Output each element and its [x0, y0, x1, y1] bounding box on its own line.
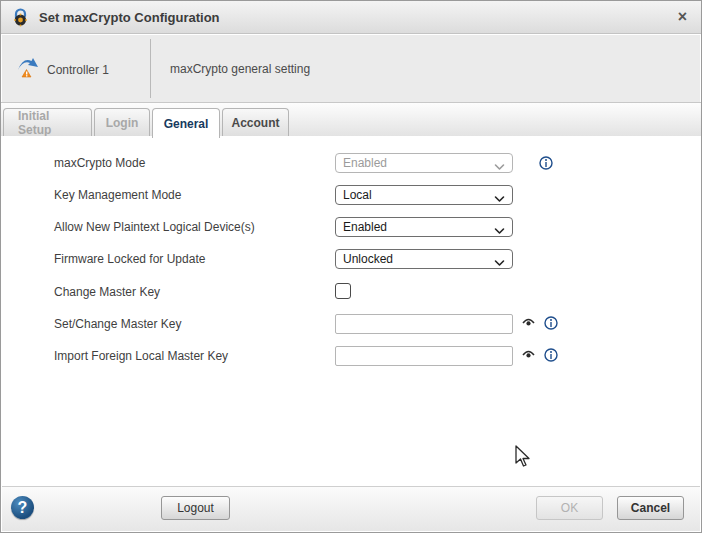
allow-new-plaintext-select[interactable]: Enabled — [335, 217, 513, 237]
field-label: Firmware Locked for Update — [54, 252, 205, 266]
show-password-eye-icon[interactable] — [522, 350, 535, 360]
info-icon[interactable] — [544, 348, 558, 362]
title-bar: Set maxCrypto Configuration × — [1, 1, 701, 34]
chevron-down-icon — [494, 160, 505, 174]
maxcrypto-mode-select[interactable]: Enabled — [335, 153, 513, 173]
tab-initial-setup[interactable]: Initial Setup — [3, 108, 92, 137]
chevron-down-icon — [494, 192, 505, 206]
field-label: Set/Change Master Key — [54, 317, 181, 331]
tab-general[interactable]: General — [152, 108, 220, 138]
dialog-header: Controller 1 maxCrypto general setting — [2, 35, 700, 102]
tab-login[interactable]: Login — [94, 108, 150, 137]
logout-button[interactable]: Logout — [161, 496, 230, 520]
chevron-down-icon — [494, 256, 505, 270]
select-value: Enabled — [343, 220, 387, 234]
show-password-eye-icon[interactable] — [522, 318, 535, 328]
select-value: Unlocked — [343, 252, 393, 266]
dialog-footer: ? Logout OK Cancel — [2, 486, 700, 531]
ok-button[interactable]: OK — [536, 496, 603, 520]
form-row-key-management-mode: Key Management Mode Local — [2, 185, 700, 205]
chevron-down-icon — [494, 224, 505, 238]
tab-strip: Initial Setup Login General Account — [1, 102, 701, 136]
field-label: Change Master Key — [54, 285, 160, 299]
select-value: Enabled — [343, 156, 387, 170]
form-row-allow-new-plaintext: Allow New Plaintext Logical Device(s) En… — [2, 217, 700, 237]
form-row-firmware-locked: Firmware Locked for Update Unlocked — [2, 249, 700, 269]
key-management-mode-select[interactable]: Local — [335, 185, 513, 205]
help-icon[interactable]: ? — [11, 496, 34, 519]
header-divider — [150, 39, 151, 98]
form-row-import-foreign-key: Import Foreign Local Master Key — [2, 346, 700, 366]
field-label: Key Management Mode — [54, 188, 181, 202]
controller-icon — [16, 57, 40, 83]
lock-gear-icon — [11, 7, 31, 27]
select-value: Local — [343, 188, 372, 202]
form-row-set-change-master-key: Set/Change Master Key — [2, 314, 700, 334]
field-label: maxCrypto Mode — [54, 156, 145, 170]
window-title: Set maxCrypto Configuration — [39, 10, 220, 25]
info-icon[interactable] — [544, 316, 558, 330]
form-row-maxcrypto-mode: maxCrypto Mode Enabled — [2, 153, 700, 173]
controller-selector: Controller 1 — [16, 57, 109, 83]
dialog-subtitle: maxCrypto general setting — [170, 62, 310, 76]
set-maxcrypto-configuration-dialog: Set maxCrypto Configuration × Controller… — [0, 0, 702, 533]
tab-account[interactable]: Account — [222, 108, 289, 137]
general-tab-panel: maxCrypto Mode Enabled Key Management Mo… — [2, 136, 700, 486]
change-master-key-checkbox[interactable] — [335, 283, 351, 299]
cancel-button[interactable]: Cancel — [617, 496, 684, 520]
controller-label: Controller 1 — [47, 63, 109, 77]
form-row-change-master-key: Change Master Key — [2, 282, 700, 302]
import-foreign-key-input[interactable] — [335, 346, 513, 366]
field-label: Allow New Plaintext Logical Device(s) — [54, 220, 255, 234]
info-icon[interactable] — [539, 156, 553, 170]
firmware-locked-select[interactable]: Unlocked — [335, 249, 513, 269]
close-icon[interactable]: × — [678, 8, 687, 26]
field-label: Import Foreign Local Master Key — [54, 349, 228, 363]
set-change-master-key-input[interactable] — [335, 314, 513, 334]
